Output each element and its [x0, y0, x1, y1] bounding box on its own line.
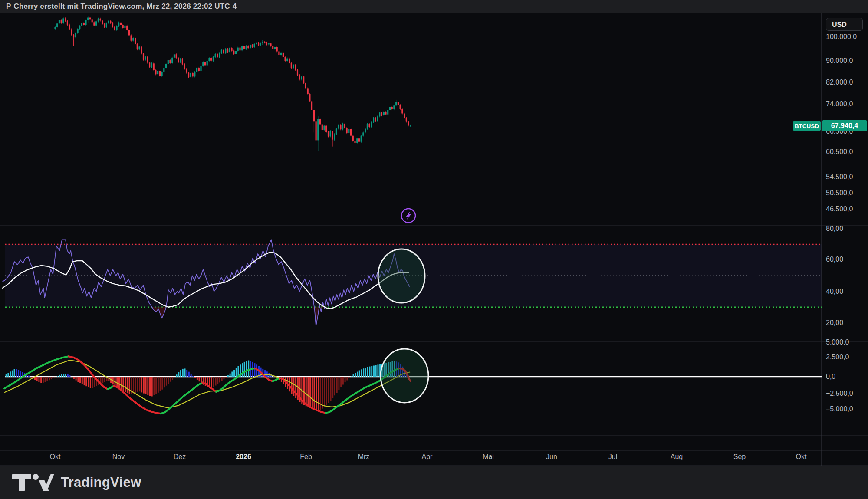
watermark-text: P-Cherry erstellt mit TradingView.com, M…	[6, 2, 237, 11]
price-axis-label: −5.000,0	[826, 405, 853, 413]
chart-canvas[interactable]	[0, 0, 868, 499]
time-axis-label: Sep	[733, 453, 746, 461]
price-axis-label: 82.000,0	[826, 79, 853, 86]
watermark-bar: P-Cherry erstellt mit TradingView.com, M…	[0, 0, 868, 13]
time-axis-label: Jul	[608, 453, 617, 461]
time-axis-label: Jun	[546, 453, 557, 461]
current-price-badge: 67.940,4	[822, 120, 867, 131]
price-axis-label: 40,00	[826, 288, 843, 295]
price-axis-label: 2.500,0	[826, 353, 849, 361]
time-axis-label: Feb	[300, 453, 312, 461]
time-axis-label: Dez	[174, 453, 186, 461]
time-axis-label: Nov	[112, 453, 125, 461]
annotation-circle	[378, 249, 425, 303]
symbol-price-tag: BTCUSD	[793, 121, 821, 131]
footer-bar: TradingView	[0, 466, 868, 499]
time-axis-label: Okt	[50, 453, 61, 461]
tradingview-logo-text: TradingView	[61, 475, 141, 490]
price-axis-label: 5.000,0	[826, 338, 849, 346]
price-axis-label: 46.500,0	[826, 205, 853, 213]
time-axis-label: Apr	[422, 453, 433, 461]
tradingview-logo-icon	[11, 473, 56, 492]
price-axis-label: 60.500,0	[826, 148, 853, 156]
price-axis-label: 74.000,0	[826, 100, 853, 108]
price-axis-label: 90.000,0	[826, 57, 853, 65]
price-axis-label: −2.500,0	[826, 390, 853, 397]
price-axis-label: 80,00	[826, 225, 843, 233]
time-axis-label: Aug	[671, 453, 683, 461]
price-axis-label: 20,00	[826, 319, 843, 327]
annotation-circle	[381, 349, 428, 403]
time-axis-label: Okt	[796, 453, 807, 461]
tradingview-snapshot: P-Cherry erstellt mit TradingView.com, M…	[0, 0, 868, 499]
price-axis-label: 50.500,0	[826, 189, 853, 197]
time-axis-label: 2026	[236, 453, 251, 461]
tradingview-logo[interactable]: TradingView	[11, 473, 141, 492]
price-axis-label: 100.000,0	[826, 33, 857, 41]
price-axis-label: 0,0	[826, 373, 835, 381]
price-axis-label: 60,00	[826, 256, 843, 263]
time-axis-label: Mrz	[358, 453, 370, 461]
currency-toggle-button[interactable]: USD	[826, 18, 863, 31]
time-axis-label: Mai	[483, 453, 494, 461]
price-axis-label: 54.500,0	[826, 173, 853, 181]
